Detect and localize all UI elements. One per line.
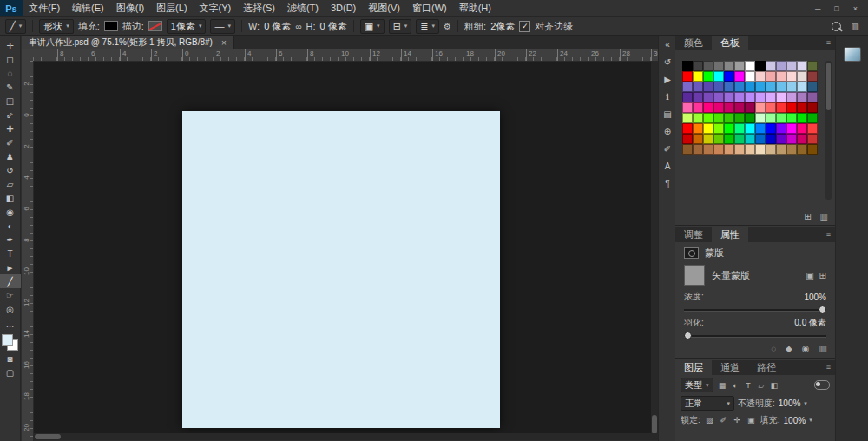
color-swatch[interactable] [766, 144, 776, 155]
color-swatch[interactable] [724, 144, 734, 155]
color-swatch[interactable] [797, 92, 807, 102]
stroke-color-swatch[interactable] [148, 21, 162, 31]
color-swatch[interactable] [755, 144, 766, 155]
slider-knob[interactable] [819, 306, 826, 313]
color-swatch[interactable] [807, 82, 818, 92]
tab-channels[interactable]: 通道 [712, 360, 748, 375]
color-swatch[interactable] [786, 102, 797, 113]
pen-tool[interactable]: ✒ [0, 233, 21, 247]
color-swatch[interactable] [693, 144, 703, 155]
color-swatch[interactable] [807, 92, 818, 102]
color-swatch[interactable] [713, 61, 724, 71]
path-arrangement-button[interactable]: ≣ ▾ [416, 19, 439, 34]
search-icon[interactable] [832, 22, 841, 31]
color-swatch[interactable] [703, 144, 713, 155]
color-swatch[interactable] [724, 71, 734, 82]
color-swatch[interactable] [766, 123, 776, 134]
color-swatch[interactable] [703, 92, 713, 102]
color-swatch[interactable] [734, 102, 745, 113]
color-swatch[interactable] [682, 144, 693, 155]
color-swatch[interactable] [745, 71, 755, 82]
weight-value[interactable]: 2像素 [490, 20, 515, 33]
color-swatch[interactable] [693, 123, 703, 134]
height-value[interactable]: 0 像素 [320, 20, 347, 33]
gear-icon[interactable]: ⚙ [444, 22, 451, 31]
opacity-value[interactable]: 100% [779, 398, 801, 408]
clone-source-panel-icon[interactable]: ⊕ [661, 126, 674, 137]
color-swatch[interactable] [693, 82, 703, 92]
vector-mask-button[interactable]: ⊞ [819, 271, 826, 280]
color-swatch[interactable] [734, 134, 745, 144]
color-swatch[interactable] [724, 134, 734, 144]
menu-item-0[interactable]: 文件(F) [23, 0, 66, 16]
tool-mode-select[interactable]: 形状 ▾ [39, 19, 74, 34]
color-swatch[interactable] [797, 71, 807, 82]
color-swatch[interactable] [745, 134, 755, 144]
dodge-tool[interactable]: ◐ [0, 219, 21, 233]
color-swatch[interactable] [682, 113, 693, 123]
filter-adjustment-icon[interactable]: ◐ [730, 380, 741, 391]
tab-properties[interactable]: 属性 [712, 227, 748, 242]
color-swatch[interactable] [724, 113, 734, 123]
fill-color-swatch[interactable] [104, 21, 118, 31]
blend-mode-select[interactable]: 正常 ▾ [681, 396, 734, 411]
color-swatch[interactable] [776, 71, 786, 82]
color-swatch[interactable] [786, 61, 797, 71]
color-swatch[interactable] [713, 144, 724, 155]
lock-image-icon[interactable]: ✐ [718, 415, 729, 425]
color-swatch[interactable] [693, 92, 703, 102]
tab-color[interactable]: 颜色 [675, 36, 712, 50]
color-swatch[interactable] [724, 102, 734, 113]
type-tool[interactable]: T [0, 247, 21, 260]
healing-brush-tool[interactable]: ✚ [0, 122, 21, 135]
color-swatch[interactable] [713, 113, 724, 123]
crop-tool[interactable]: ◳ [0, 94, 21, 108]
horizontal-scrollbar[interactable] [33, 433, 651, 440]
history-panel-icon[interactable]: ↺ [661, 56, 674, 68]
color-swatch[interactable] [786, 82, 797, 92]
color-swatch[interactable] [786, 92, 797, 102]
color-swatch[interactable] [797, 144, 807, 155]
delete-mask-icon[interactable]: ▥ [819, 344, 827, 353]
color-swatch[interactable] [766, 82, 776, 92]
color-swatch[interactable] [713, 123, 724, 134]
eraser-tool[interactable]: ▱ [0, 177, 21, 191]
maximize-icon[interactable]: □ [834, 4, 838, 13]
color-swatch[interactable] [713, 71, 724, 82]
color-swatch[interactable] [703, 123, 713, 134]
color-swatch[interactable] [807, 123, 818, 134]
color-swatch[interactable] [745, 61, 755, 71]
color-swatch[interactable] [713, 102, 724, 113]
tab-adjustments[interactable]: 调整 [675, 227, 712, 242]
minimize-icon[interactable]: ─ [815, 4, 820, 13]
color-swatch[interactable] [693, 134, 703, 144]
load-mask-selection-icon[interactable]: ◌ [771, 344, 776, 353]
color-swatch[interactable] [755, 82, 766, 92]
color-swatch[interactable] [693, 71, 703, 82]
menu-item-9[interactable]: 窗口(W) [406, 0, 453, 16]
link-dimensions-icon[interactable]: ∞ [295, 22, 301, 31]
color-swatch[interactable] [745, 144, 755, 155]
color-swatch[interactable] [807, 71, 818, 82]
menu-item-5[interactable]: 选择(S) [237, 0, 281, 16]
width-value[interactable]: 0 像素 [264, 20, 291, 33]
color-swatch[interactable] [693, 102, 703, 113]
color-swatch[interactable] [724, 82, 734, 92]
delete-swatch-button[interactable]: ▥ [820, 212, 828, 221]
color-swatch[interactable] [797, 102, 807, 113]
blur-tool[interactable]: ◉ [0, 205, 21, 219]
color-swatch[interactable] [682, 102, 693, 113]
menu-item-2[interactable]: 图像(I) [110, 0, 150, 16]
color-swatch[interactable] [797, 61, 807, 71]
scrollbar-thumb[interactable] [35, 434, 61, 439]
color-swatch[interactable] [755, 123, 766, 134]
edit-toolbar-icon[interactable]: … [0, 318, 21, 330]
color-swatch[interactable] [807, 144, 818, 155]
tab-layers[interactable]: 图层 [675, 360, 712, 375]
quick-selection-tool[interactable]: ✎ [0, 80, 21, 94]
pixel-mask-button[interactable]: ▣ [806, 271, 813, 280]
color-swatch[interactable] [766, 113, 776, 123]
color-swatch[interactable] [766, 134, 776, 144]
filter-toggle[interactable] [814, 380, 830, 390]
menu-item-1[interactable]: 编辑(E) [66, 0, 110, 16]
